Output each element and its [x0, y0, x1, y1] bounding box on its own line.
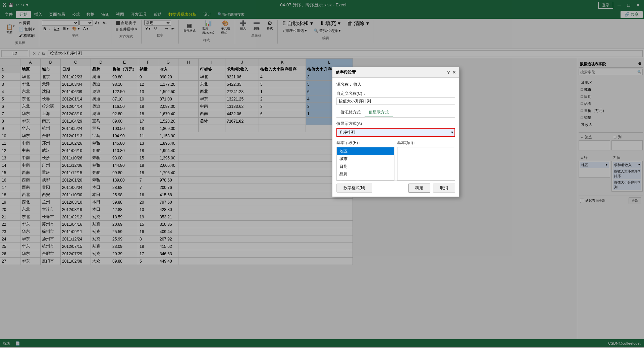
- dialog-title-label: 值字段设置: [336, 70, 356, 75]
- ok-button[interactable]: 确定: [408, 184, 430, 193]
- tab-display[interactable]: 值显示方式: [365, 108, 393, 117]
- dialog-title-bar: 值字段设置 ? ×: [332, 67, 459, 78]
- custom-name-label: 自定义名称(C)：: [336, 91, 455, 96]
- source-row: 源名称： 收入: [336, 82, 455, 87]
- base-field-section: 基本字段(E)： 地区 城市 日期 品牌 售价（万元） 销量: [336, 140, 394, 181]
- display-label: 值显示方式(A): [336, 121, 455, 127]
- field-list-item-city[interactable]: 城市: [337, 155, 394, 163]
- cancel-button[interactable]: 取消: [433, 184, 455, 193]
- dialog-close-button[interactable]: ×: [453, 69, 456, 75]
- field-list-item-price[interactable]: 售价（万元）: [337, 178, 394, 181]
- field-list-item-brand[interactable]: 品牌: [337, 170, 394, 178]
- field-list-item-date[interactable]: 日期: [337, 163, 394, 170]
- dialog-help-button[interactable]: ?: [447, 70, 450, 75]
- dialog-buttons: 数字格式(N) 确定 取消: [336, 181, 455, 193]
- dialog-tabs: 值汇总方式 值显示方式: [336, 108, 455, 118]
- source-label: 源名称：: [336, 82, 353, 87]
- confirm-cancel-btns: 确定 取消: [408, 184, 455, 193]
- value-field-dialog: 值字段设置 ? × 源名称： 收入 自定义名称(C)： 值汇总方式 值显示方式 …: [332, 67, 460, 197]
- base-item-label: 基本项(I)：: [397, 140, 455, 146]
- field-list-item-region[interactable]: 地区: [337, 147, 394, 155]
- base-item-section: 基本项(I)：: [397, 140, 455, 181]
- base-field-row: 基本字段(E)： 地区 城市 日期 品牌 售价（万元） 销量 基本项(I)：: [336, 140, 455, 181]
- dialog-overlay: 值字段设置 ? × 源名称： 收入 自定义名称(C)： 值汇总方式 值显示方式 …: [0, 0, 644, 347]
- base-field-label: 基本字段(E)：: [336, 140, 394, 146]
- tab-summary[interactable]: 值汇总方式: [336, 108, 365, 117]
- custom-name-input[interactable]: [336, 97, 455, 105]
- display-method-select[interactable]: 升序排列 无计算 总计的百分比 列汇总的百分比 行汇总的百分比 降序排列: [336, 128, 455, 137]
- num-format-button[interactable]: 数字格式(N): [336, 184, 372, 193]
- base-field-list[interactable]: 地区 城市 日期 品牌 售价（万元） 销量: [336, 147, 394, 181]
- dialog-body: 源名称： 收入 自定义名称(C)： 值汇总方式 值显示方式 值显示方式(A) 升…: [332, 78, 459, 197]
- display-dropdown-container: 升序排列 无计算 总计的百分比 列汇总的百分比 行汇总的百分比 降序排列 ▾: [336, 128, 455, 137]
- custom-name-row: 自定义名称(C)：: [336, 91, 455, 105]
- display-method-row: 值显示方式(A) 升序排列 无计算 总计的百分比 列汇总的百分比 行汇总的百分比…: [336, 121, 455, 137]
- base-item-list[interactable]: [397, 147, 455, 181]
- source-value: 收入: [354, 82, 362, 87]
